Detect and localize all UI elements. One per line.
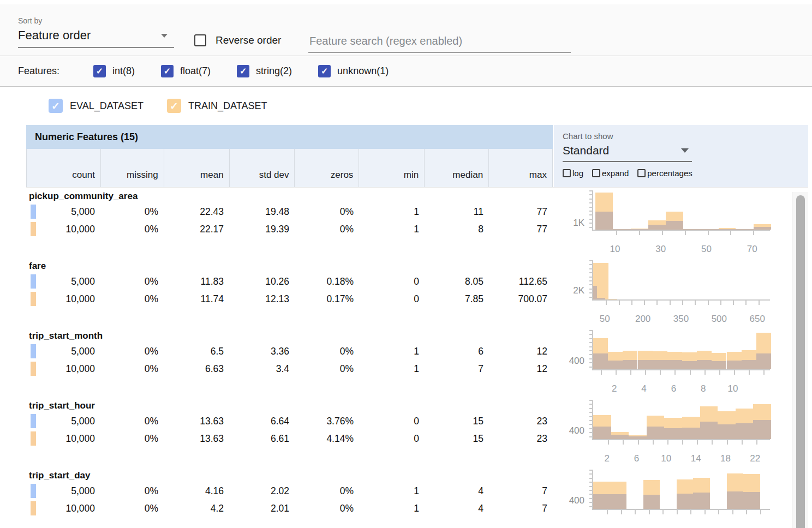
chart-type-dropdown[interactable]: Standard xyxy=(563,142,692,162)
x-axis-tick-label: 30 xyxy=(655,244,666,255)
dataset-checkbox[interactable]: ✓ xyxy=(49,99,63,113)
y-tick xyxy=(589,350,592,351)
overlap-bar xyxy=(629,436,647,439)
overlap-bar xyxy=(593,286,597,299)
overlap-bar xyxy=(597,298,605,299)
y-tick xyxy=(589,436,592,437)
y-tick xyxy=(589,330,592,331)
filter-checkbox[interactable]: ✓ xyxy=(93,65,106,77)
filter-label: float(7) xyxy=(180,65,211,77)
x-tick xyxy=(619,301,620,305)
dataset-color-swatch xyxy=(31,484,36,498)
stat-count: 5,000 xyxy=(26,273,100,290)
expand-checkbox[interactable] xyxy=(592,169,600,177)
filter-checkbox[interactable]: ✓ xyxy=(237,65,249,77)
x-tick xyxy=(616,370,617,375)
dataset-label: EVAL_DATASET xyxy=(70,100,144,112)
histogram-plot xyxy=(592,470,770,510)
x-tick xyxy=(621,510,622,514)
histogram-fare: 2K50200350500650 xyxy=(553,257,793,327)
stat-missing: 0% xyxy=(100,273,164,290)
filter-checkbox[interactable]: ✓ xyxy=(318,65,331,77)
stat-zeros: 0% xyxy=(295,482,359,500)
x-tick xyxy=(742,440,743,445)
chevron-down-icon xyxy=(161,34,168,38)
reverse-order-label: Reverse order xyxy=(216,34,281,46)
y-tick xyxy=(589,297,592,298)
overlap-bar xyxy=(647,427,665,439)
feature-type-filter-bar: Features: ✓int(8)✓float(7)✓string(2)✓unk… xyxy=(0,56,812,87)
chart-option-label: expand xyxy=(602,169,629,178)
stat-zeros: 0.17% xyxy=(295,290,359,308)
percentages-checkbox[interactable] xyxy=(637,169,646,177)
x-tick xyxy=(730,231,731,235)
x-tick xyxy=(704,370,706,375)
column-header-mean: mean xyxy=(164,149,230,187)
chart-option-label: percentages xyxy=(647,169,692,178)
scrollbar-thumb[interactable] xyxy=(796,195,805,528)
stat-mean: 4.2 xyxy=(164,500,229,517)
x-tick xyxy=(670,301,671,305)
stat-min: 1 xyxy=(359,343,425,360)
x-axis-tick-label: 14 xyxy=(691,453,701,464)
overlap-bar xyxy=(736,229,753,230)
stat-median: 11 xyxy=(425,203,489,220)
chart-option-label: log xyxy=(572,169,583,178)
overlap-bar xyxy=(667,360,682,369)
vertical-scrollbar xyxy=(792,192,808,528)
stat-min: 1 xyxy=(359,220,425,238)
x-tick xyxy=(645,370,646,375)
overlap-bar xyxy=(593,427,611,440)
table-title: Numeric Features (15) xyxy=(26,125,553,149)
filter-label: int(8) xyxy=(112,65,135,77)
search-input[interactable] xyxy=(308,32,571,53)
feature-block-trip_start_month: trip_start_month5,0000%6.53.360%161210,0… xyxy=(26,327,808,397)
stat-count: 5,000 xyxy=(26,482,100,500)
x-tick xyxy=(601,370,602,375)
y-tick xyxy=(589,211,592,212)
stat-missing: 0% xyxy=(100,360,164,377)
x-axis-tick-label: 200 xyxy=(635,314,650,325)
stat-zeros: 0% xyxy=(295,500,359,517)
stat-median: 4 xyxy=(425,500,489,517)
y-tick xyxy=(589,362,592,363)
numeric-features-table: Numeric Features (15) countmissingmeanst… xyxy=(26,125,808,528)
x-tick xyxy=(685,231,686,235)
y-axis-label: 1K xyxy=(553,218,584,229)
overlap-bar xyxy=(754,227,771,230)
dataset-checkbox[interactable]: ✓ xyxy=(167,99,181,113)
y-tick xyxy=(589,280,592,281)
x-tick xyxy=(674,370,676,375)
histogram-trip_start_month: 400246810 xyxy=(553,327,793,397)
legend-item-train_dataset: ✓TRAIN_DATASET xyxy=(167,99,267,113)
y-tick xyxy=(589,404,592,405)
stat-min: 0 xyxy=(359,412,425,430)
y-tick xyxy=(589,416,592,417)
overlap-bar xyxy=(593,494,610,509)
sort-by-dropdown[interactable]: Sort by Feature order xyxy=(18,16,174,48)
dataset-color-swatch xyxy=(31,222,36,236)
log-checkbox[interactable] xyxy=(563,169,571,177)
chevron-down-icon xyxy=(681,148,689,153)
stat-min: 0 xyxy=(359,273,425,290)
x-axis-tick-label: 500 xyxy=(712,314,727,325)
y-tick xyxy=(589,470,592,471)
histogram-trip_start_day: 400 xyxy=(553,467,793,528)
reverse-order-checkbox[interactable] xyxy=(194,34,206,46)
x-tick xyxy=(734,370,735,375)
filter-label: unknown(1) xyxy=(337,65,389,77)
y-tick xyxy=(589,207,592,208)
y-tick xyxy=(589,214,592,215)
overlap-bar xyxy=(727,491,744,509)
x-tick xyxy=(733,301,734,305)
x-tick xyxy=(745,301,747,305)
stat-missing: 0% xyxy=(100,220,164,238)
stat-min: 1 xyxy=(359,203,425,220)
dataset-color-swatch xyxy=(31,205,36,219)
column-header-std-dev: std dev xyxy=(230,149,295,187)
x-tick xyxy=(653,440,654,445)
reverse-order-control: Reverse order xyxy=(194,34,281,46)
y-tick xyxy=(589,367,592,368)
filter-checkbox[interactable]: ✓ xyxy=(161,65,174,77)
feature-block-fare: fare5,0000%11.8310.260.18%08.05112.6510,… xyxy=(26,257,808,327)
